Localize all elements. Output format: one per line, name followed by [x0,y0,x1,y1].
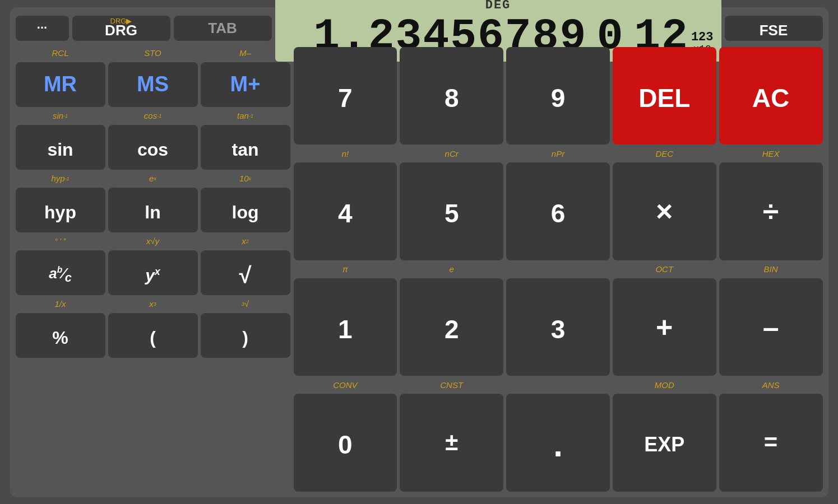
row2-labels: sin-1 cos-1 tan-1 [16,110,290,122]
cos-button[interactable]: cos [108,125,198,170]
del-button[interactable]: DEL [613,47,716,145]
log-label: log [232,202,259,223]
row1-labels: RCL STO M– [16,47,290,59]
sqrt-button[interactable]: √ [201,250,290,295]
frac-button[interactable]: ab⁄c [16,250,105,295]
exp-button[interactable]: EXP [613,394,716,492]
row3-buttons: hyp ln log [16,188,290,232]
sin-inv-label: sin-1 [16,110,105,122]
add-button[interactable]: + [613,278,716,376]
tan-button[interactable]: tan [201,125,290,170]
row4-buttons: ab⁄c yx √ [16,250,290,295]
ln-button[interactable]: ln [108,188,198,232]
right-row2-labels: n! nCr nPr DEC HEX [294,147,823,160]
frac-label: ab⁄c [49,265,71,285]
decimal-button[interactable]: . [506,394,610,492]
mr-label: MR [44,72,77,96]
btn-3[interactable]: 3 [506,278,610,376]
calculator: ··· DRG▶ DRG TAB DEG 1.23456789 0 12 123… [10,7,828,497]
mplus-label: M+ [230,72,261,96]
ex-label: ex [108,172,198,185]
row4-labels: ° ′ ″ x√y x2 [16,235,290,248]
btn-6[interactable]: 6 [506,162,610,260]
right-row3-labels: π e OCT BIN [294,263,823,276]
menu-button[interactable]: ··· [16,16,69,41]
mr-button[interactable]: MR [16,62,105,107]
conv-label: CONV [294,379,397,391]
ncr-label: nCr [400,147,503,160]
btn-0[interactable]: 0 [294,394,397,492]
ans-label: ANS [719,379,823,391]
btn-2[interactable]: 2 [400,278,503,376]
sin-button[interactable]: sin [16,125,105,170]
cos-label: cos [137,139,168,160]
dots-label: ··· [37,21,47,35]
btn-4[interactable]: 4 [294,162,397,260]
empty2-label [506,379,610,391]
hyp-inv-label: hyp-1 [16,172,105,185]
right-row1: 7 8 9 DEL AC [294,47,823,145]
right-row4-labels: CONV CNST MOD ANS [294,379,823,391]
dms-label: ° ′ ″ [16,235,105,248]
ms-button[interactable]: MS [108,62,198,107]
ac-button[interactable]: AC [719,47,823,145]
divide-button[interactable]: ÷ [719,162,823,260]
left-panel: RCL STO M– MR MS M+ sin-1 cos-1 t [16,47,290,492]
btn-7[interactable]: 7 [294,47,397,145]
ms-label: MS [137,72,169,96]
fse-label: FSE [760,22,788,39]
rparen-button[interactable]: ) [201,313,290,358]
btn-1[interactable]: 1 [294,278,397,376]
tab-label: TAB [208,20,237,37]
sin-label: sin [47,139,73,160]
reciprocal-label: 1/x [16,298,105,310]
mminus-label: M– [201,47,290,59]
right-row2: 4 5 6 × ÷ [294,162,823,260]
exp-num: 123 [691,31,714,44]
e-label: e [400,263,503,276]
log-button[interactable]: log [201,188,290,232]
percent-label: % [52,328,68,348]
sqrt-label: √ [239,263,252,288]
oct-label: OCT [613,263,716,276]
right-panel: 7 8 9 DEL AC n! nCr nPr D [294,47,823,492]
x3-label: x3 [108,298,198,310]
btn-9[interactable]: 9 [506,47,610,145]
cos-inv-label: cos-1 [108,110,198,122]
subtract-button[interactable]: – [719,278,823,376]
x2-label: x2 [201,235,290,248]
btn-8[interactable]: 8 [400,47,503,145]
mplus-button[interactable]: M+ [201,62,290,107]
empty-label [506,263,610,276]
multiply-button[interactable]: × [613,162,716,260]
yx-label: yx [145,266,160,285]
hex-label: HEX [719,147,823,160]
drg-shift-button[interactable]: DRG▶ DRG [72,16,170,41]
row5-labels: 1/x x3 3√ [16,298,290,310]
npr-label: nPr [506,147,610,160]
fse-button[interactable]: FSE [725,16,823,41]
hyp-button[interactable]: hyp [16,188,105,232]
lparen-button[interactable]: ( [108,313,198,358]
xrooty-label: x√y [108,235,198,248]
tan-inv-label: tan-1 [201,110,290,122]
cnst-label: CNST [400,379,503,391]
row2-buttons: sin cos tan [16,125,290,170]
mod-label: MOD [613,379,716,391]
row3-labels: hyp-1 ex 10x [16,172,290,185]
pi-label: π [294,263,397,276]
plusminus-button[interactable]: ± [400,394,503,492]
row1-buttons: MR MS M+ [16,62,290,107]
main-area: RCL STO M– MR MS M+ sin-1 cos-1 t [16,47,823,492]
percent-button[interactable]: % [16,313,105,358]
equals-button[interactable]: = [719,394,823,492]
right-row4: 0 ± . EXP = [294,394,823,492]
rparen-label: ) [242,328,248,348]
btn-5[interactable]: 5 [400,162,503,260]
tab-button[interactable]: TAB [174,16,272,41]
hyp-label: hyp [44,202,76,223]
lparen-label: ( [150,328,156,348]
yx-button[interactable]: yx [108,250,198,295]
drg-shift-label: DRG▶ [72,17,170,25]
row5-buttons: % ( ) [16,313,290,358]
